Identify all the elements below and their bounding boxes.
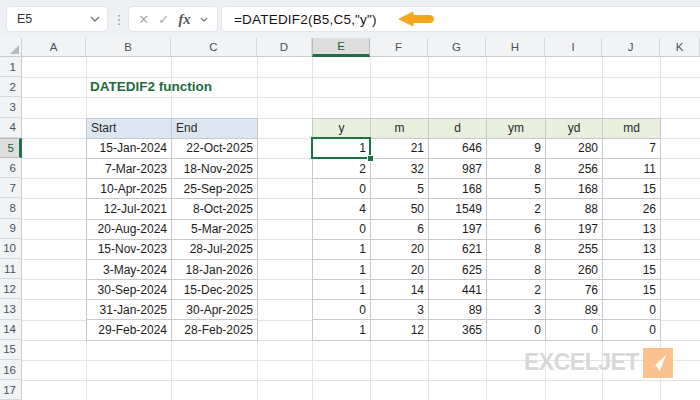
chevron-down-icon[interactable] (90, 16, 100, 22)
results-table-cell[interactable]: 6 (487, 220, 546, 240)
results-table-cell[interactable]: 0 (487, 320, 546, 340)
results-table-cell[interactable]: 8 (487, 240, 546, 260)
results-table-header-cell[interactable]: ym (487, 119, 546, 139)
row-header-4[interactable]: 4 (0, 118, 22, 138)
results-table-cell[interactable]: 1 (313, 260, 371, 280)
results-table-cell[interactable]: 1 (313, 240, 371, 260)
dates-table-header-cell[interactable]: End (172, 119, 258, 139)
dates-table-cell[interactable]: 15-Dec-2025 (172, 280, 258, 300)
row-header-16[interactable]: 16 (0, 360, 22, 380)
dates-table-cell[interactable]: 18-Nov-2025 (172, 159, 258, 179)
results-table-cell[interactable]: 20 (371, 260, 429, 280)
name-box[interactable]: E5 (6, 6, 108, 32)
dates-table-cell[interactable]: 18-Jan-2026 (172, 260, 258, 280)
results-table-cell[interactable]: 13 (603, 220, 661, 240)
row-header-10[interactable]: 10 (0, 239, 22, 259)
results-table-cell[interactable]: 11 (603, 159, 661, 179)
column-header-I[interactable]: I (545, 38, 602, 57)
results-table-cell[interactable]: 15 (603, 280, 661, 300)
dates-table-cell[interactable]: 15-Nov-2023 (87, 240, 172, 260)
results-table-cell[interactable]: 3 (371, 300, 429, 320)
results-table-cell[interactable]: 6 (371, 220, 429, 240)
results-table-cell[interactable]: 1 (313, 139, 371, 159)
results-table-cell[interactable]: 168 (546, 179, 603, 199)
results-table-header-cell[interactable]: yd (546, 119, 603, 139)
results-table-cell[interactable]: 2 (487, 280, 546, 300)
chevron-down-icon[interactable] (200, 17, 208, 22)
row-header-7[interactable]: 7 (0, 178, 22, 198)
column-header-K[interactable]: K (660, 38, 700, 57)
results-table-cell[interactable]: 5 (371, 179, 429, 199)
dates-table-cell[interactable]: 31-Jan-2025 (87, 300, 172, 320)
results-table-cell[interactable]: 255 (546, 240, 603, 260)
results-table-cell[interactable]: 987 (429, 159, 487, 179)
results-table-cell[interactable]: 260 (546, 260, 603, 280)
dates-table-cell[interactable]: 22-Oct-2025 (172, 139, 258, 159)
results-table-cell[interactable]: 1 (313, 280, 371, 300)
results-table-cell[interactable]: 365 (429, 320, 487, 340)
results-table-header-cell[interactable]: m (371, 119, 429, 139)
row-header-3[interactable]: 3 (0, 97, 22, 117)
cancel-icon[interactable]: ✕ (138, 13, 149, 26)
results-table-cell[interactable]: 197 (546, 220, 603, 240)
results-table-cell[interactable]: 3 (487, 300, 546, 320)
results-table-cell[interactable]: 9 (487, 139, 546, 159)
results-table-cell[interactable]: 12 (371, 320, 429, 340)
dates-table-cell[interactable]: 8-Oct-2025 (172, 199, 258, 219)
row-header-15[interactable]: 15 (0, 340, 22, 360)
dates-table-cell[interactable]: 29-Feb-2024 (87, 320, 172, 340)
results-table-cell[interactable]: 1549 (429, 199, 487, 219)
row-header-2[interactable]: 2 (0, 77, 22, 97)
results-table-cell[interactable]: 32 (371, 159, 429, 179)
results-table-cell[interactable]: 15 (603, 179, 661, 199)
dates-table-cell[interactable]: 3-May-2024 (87, 260, 172, 280)
results-table-cell[interactable]: 197 (429, 220, 487, 240)
dates-table-cell[interactable]: 10-Apr-2025 (87, 179, 172, 199)
dates-table-cell[interactable]: 15-Jan-2024 (87, 139, 172, 159)
row-header-6[interactable]: 6 (0, 158, 22, 178)
row-header-12[interactable]: 12 (0, 279, 22, 299)
results-table-cell[interactable]: 0 (603, 320, 661, 340)
insert-function-icon[interactable]: fx (178, 12, 190, 27)
results-table-cell[interactable]: 15 (603, 260, 661, 280)
results-table-cell[interactable]: 2 (487, 199, 546, 219)
dates-table-cell[interactable]: 30-Apr-2025 (172, 300, 258, 320)
formula-input[interactable]: =DATEDIF2(B5,C5,"y") (221, 6, 700, 32)
results-table-cell[interactable]: 280 (546, 139, 603, 159)
select-all-corner[interactable] (0, 38, 22, 57)
results-table-cell[interactable]: 646 (429, 139, 487, 159)
results-table-cell[interactable]: 0 (313, 300, 371, 320)
results-table-cell[interactable]: 168 (429, 179, 487, 199)
results-table-cell[interactable]: 8 (487, 159, 546, 179)
row-header-13[interactable]: 13 (0, 299, 22, 319)
column-header-H[interactable]: H (486, 38, 545, 57)
results-table-cell[interactable]: 256 (546, 159, 603, 179)
column-header-A[interactable]: A (22, 38, 86, 57)
results-table-cell[interactable]: 76 (546, 280, 603, 300)
row-header-11[interactable]: 11 (0, 259, 22, 279)
enter-icon[interactable]: ✓ (158, 13, 169, 26)
row-header-8[interactable]: 8 (0, 198, 22, 218)
results-table-cell[interactable]: 14 (371, 280, 429, 300)
fill-handle[interactable] (367, 155, 374, 162)
results-table-cell[interactable]: 0 (603, 300, 661, 320)
results-table-cell[interactable]: 7 (603, 139, 661, 159)
results-table-cell[interactable]: 4 (313, 199, 371, 219)
dates-table-header-cell[interactable]: Start (87, 119, 172, 139)
results-table-cell[interactable]: 1 (313, 320, 371, 340)
results-table-cell[interactable]: 13 (603, 240, 661, 260)
results-table-cell[interactable]: 5 (487, 179, 546, 199)
results-table-cell[interactable]: 2 (313, 159, 371, 179)
column-header-F[interactable]: F (370, 38, 428, 57)
results-table-cell[interactable]: 8 (487, 260, 546, 280)
results-table-cell[interactable]: 26 (603, 199, 661, 219)
dates-table-cell[interactable]: 28-Feb-2025 (172, 320, 258, 340)
row-header-1[interactable]: 1 (0, 57, 22, 77)
row-header-9[interactable]: 9 (0, 219, 22, 239)
row-header-5[interactable]: 5 (0, 138, 22, 158)
results-table-cell[interactable]: 88 (546, 199, 603, 219)
dates-table-cell[interactable]: 20-Aug-2024 (87, 220, 172, 240)
results-table-header-cell[interactable]: y (313, 119, 371, 139)
dates-table-cell[interactable]: 7-Mar-2023 (87, 159, 172, 179)
column-header-J[interactable]: J (602, 38, 660, 57)
